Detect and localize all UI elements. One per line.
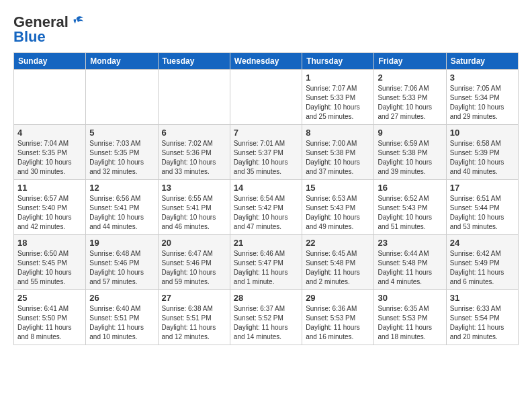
calendar-week-1: 1Sunrise: 7:07 AM Sunset: 5:33 PM Daylig… <box>14 70 519 125</box>
day-number: 2 <box>378 73 442 83</box>
day-info: Sunrise: 6:37 AM Sunset: 5:52 PM Dayligh… <box>234 304 298 342</box>
calendar-cell: 25Sunrise: 6:41 AM Sunset: 5:50 PM Dayli… <box>14 290 86 345</box>
day-info: Sunrise: 6:57 AM Sunset: 5:40 PM Dayligh… <box>17 194 82 232</box>
day-info: Sunrise: 7:05 AM Sunset: 5:34 PM Dayligh… <box>450 84 515 122</box>
calendar-cell: 16Sunrise: 6:52 AM Sunset: 5:43 PM Dayli… <box>374 180 446 235</box>
calendar-cell: 10Sunrise: 6:58 AM Sunset: 5:39 PM Dayli… <box>446 125 518 180</box>
day-number: 24 <box>450 238 515 248</box>
day-number: 15 <box>306 183 370 193</box>
calendar-cell: 30Sunrise: 6:35 AM Sunset: 5:53 PM Dayli… <box>374 290 446 345</box>
calendar-cell: 8Sunrise: 7:00 AM Sunset: 5:38 PM Daylig… <box>302 125 374 180</box>
day-header-saturday: Saturday <box>446 53 518 70</box>
day-number: 13 <box>162 183 226 193</box>
day-number: 20 <box>162 238 226 248</box>
day-number: 11 <box>17 183 82 193</box>
day-info: Sunrise: 6:54 AM Sunset: 5:42 PM Dayligh… <box>234 194 298 232</box>
day-info: Sunrise: 6:53 AM Sunset: 5:43 PM Dayligh… <box>306 194 370 232</box>
day-info: Sunrise: 6:44 AM Sunset: 5:48 PM Dayligh… <box>378 249 442 287</box>
day-number: 10 <box>450 128 515 138</box>
day-info: Sunrise: 6:50 AM Sunset: 5:45 PM Dayligh… <box>17 249 82 287</box>
day-number: 9 <box>378 128 442 138</box>
calendar-cell: 14Sunrise: 6:54 AM Sunset: 5:42 PM Dayli… <box>230 180 302 235</box>
day-header-thursday: Thursday <box>302 53 374 70</box>
day-info: Sunrise: 6:45 AM Sunset: 5:48 PM Dayligh… <box>306 249 370 287</box>
logo: General Blue <box>13 13 85 46</box>
calendar-cell: 4Sunrise: 7:04 AM Sunset: 5:35 PM Daylig… <box>14 125 86 180</box>
page-header: General Blue <box>13 13 519 46</box>
calendar-header-row: SundayMondayTuesdayWednesdayThursdayFrid… <box>14 53 519 70</box>
day-header-friday: Friday <box>374 53 446 70</box>
day-info: Sunrise: 6:36 AM Sunset: 5:53 PM Dayligh… <box>306 304 370 342</box>
day-number: 12 <box>89 183 154 193</box>
day-header-monday: Monday <box>86 53 158 70</box>
day-info: Sunrise: 6:52 AM Sunset: 5:43 PM Dayligh… <box>378 194 442 232</box>
calendar-week-2: 4Sunrise: 7:04 AM Sunset: 5:35 PM Daylig… <box>14 125 519 180</box>
calendar-week-5: 25Sunrise: 6:41 AM Sunset: 5:50 PM Dayli… <box>14 290 519 345</box>
day-info: Sunrise: 7:01 AM Sunset: 5:37 PM Dayligh… <box>234 139 298 177</box>
logo-bird-icon <box>70 15 85 29</box>
calendar-cell: 18Sunrise: 6:50 AM Sunset: 5:45 PM Dayli… <box>14 235 86 290</box>
day-info: Sunrise: 7:03 AM Sunset: 5:35 PM Dayligh… <box>89 139 154 177</box>
calendar-cell: 22Sunrise: 6:45 AM Sunset: 5:48 PM Dayli… <box>302 235 374 290</box>
day-header-wednesday: Wednesday <box>230 53 302 70</box>
calendar-cell: 12Sunrise: 6:56 AM Sunset: 5:41 PM Dayli… <box>86 180 158 235</box>
day-number: 28 <box>234 293 298 303</box>
day-number: 22 <box>306 238 370 248</box>
logo-blue-text: Blue <box>13 28 46 46</box>
day-info: Sunrise: 6:47 AM Sunset: 5:46 PM Dayligh… <box>162 249 226 287</box>
calendar-cell: 6Sunrise: 7:02 AM Sunset: 5:36 PM Daylig… <box>158 125 230 180</box>
calendar-cell: 21Sunrise: 6:46 AM Sunset: 5:47 PM Dayli… <box>230 235 302 290</box>
day-number: 8 <box>306 128 370 138</box>
day-number: 26 <box>89 293 154 303</box>
day-number: 7 <box>234 128 298 138</box>
day-info: Sunrise: 6:51 AM Sunset: 5:44 PM Dayligh… <box>450 194 515 232</box>
day-number: 27 <box>162 293 226 303</box>
calendar-cell: 23Sunrise: 6:44 AM Sunset: 5:48 PM Dayli… <box>374 235 446 290</box>
calendar-cell: 28Sunrise: 6:37 AM Sunset: 5:52 PM Dayli… <box>230 290 302 345</box>
day-info: Sunrise: 6:55 AM Sunset: 5:41 PM Dayligh… <box>162 194 226 232</box>
calendar-cell: 9Sunrise: 6:59 AM Sunset: 5:38 PM Daylig… <box>374 125 446 180</box>
calendar-cell: 11Sunrise: 6:57 AM Sunset: 5:40 PM Dayli… <box>14 180 86 235</box>
day-info: Sunrise: 6:38 AM Sunset: 5:51 PM Dayligh… <box>162 304 226 342</box>
day-info: Sunrise: 6:41 AM Sunset: 5:50 PM Dayligh… <box>17 304 82 342</box>
day-number: 23 <box>378 238 442 248</box>
calendar-cell: 31Sunrise: 6:33 AM Sunset: 5:54 PM Dayli… <box>446 290 518 345</box>
day-info: Sunrise: 7:00 AM Sunset: 5:38 PM Dayligh… <box>306 139 370 177</box>
day-number: 25 <box>17 293 82 303</box>
calendar-table: SundayMondayTuesdayWednesdayThursdayFrid… <box>13 52 519 345</box>
day-number: 21 <box>234 238 298 248</box>
day-info: Sunrise: 6:56 AM Sunset: 5:41 PM Dayligh… <box>89 194 154 232</box>
day-number: 31 <box>450 293 515 303</box>
day-info: Sunrise: 6:40 AM Sunset: 5:51 PM Dayligh… <box>89 304 154 342</box>
day-info: Sunrise: 7:04 AM Sunset: 5:35 PM Dayligh… <box>17 139 82 177</box>
calendar-cell: 29Sunrise: 6:36 AM Sunset: 5:53 PM Dayli… <box>302 290 374 345</box>
day-number: 30 <box>378 293 442 303</box>
day-number: 19 <box>89 238 154 248</box>
day-number: 17 <box>450 183 515 193</box>
day-info: Sunrise: 6:59 AM Sunset: 5:38 PM Dayligh… <box>378 139 442 177</box>
calendar-cell: 20Sunrise: 6:47 AM Sunset: 5:46 PM Dayli… <box>158 235 230 290</box>
day-info: Sunrise: 6:46 AM Sunset: 5:47 PM Dayligh… <box>234 249 298 287</box>
calendar-cell: 26Sunrise: 6:40 AM Sunset: 5:51 PM Dayli… <box>86 290 158 345</box>
calendar-cell: 24Sunrise: 6:42 AM Sunset: 5:49 PM Dayli… <box>446 235 518 290</box>
day-number: 5 <box>89 128 154 138</box>
calendar-cell: 3Sunrise: 7:05 AM Sunset: 5:34 PM Daylig… <box>446 70 518 125</box>
day-info: Sunrise: 7:02 AM Sunset: 5:36 PM Dayligh… <box>162 139 226 177</box>
day-number: 16 <box>378 183 442 193</box>
calendar-cell: 7Sunrise: 7:01 AM Sunset: 5:37 PM Daylig… <box>230 125 302 180</box>
day-header-sunday: Sunday <box>14 53 86 70</box>
calendar-cell: 15Sunrise: 6:53 AM Sunset: 5:43 PM Dayli… <box>302 180 374 235</box>
day-number: 4 <box>17 128 82 138</box>
day-number: 6 <box>162 128 226 138</box>
day-info: Sunrise: 6:42 AM Sunset: 5:49 PM Dayligh… <box>450 249 515 287</box>
calendar-cell: 27Sunrise: 6:38 AM Sunset: 5:51 PM Dayli… <box>158 290 230 345</box>
calendar-cell <box>158 70 230 125</box>
calendar-cell: 1Sunrise: 7:07 AM Sunset: 5:33 PM Daylig… <box>302 70 374 125</box>
calendar-cell <box>86 70 158 125</box>
day-number: 1 <box>306 73 370 83</box>
calendar-cell <box>14 70 86 125</box>
calendar-week-3: 11Sunrise: 6:57 AM Sunset: 5:40 PM Dayli… <box>14 180 519 235</box>
day-header-tuesday: Tuesday <box>158 53 230 70</box>
calendar-cell: 17Sunrise: 6:51 AM Sunset: 5:44 PM Dayli… <box>446 180 518 235</box>
day-info: Sunrise: 7:07 AM Sunset: 5:33 PM Dayligh… <box>306 84 370 122</box>
